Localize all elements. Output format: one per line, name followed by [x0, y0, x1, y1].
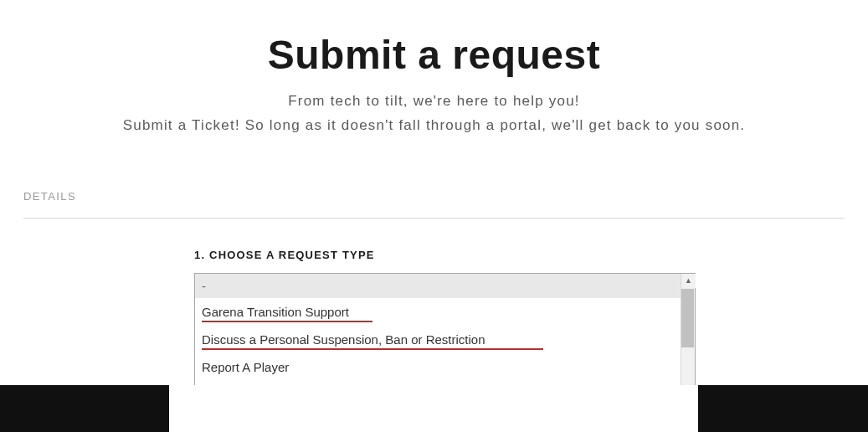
content-overlay	[169, 385, 698, 432]
dropdown-option-garena[interactable]: Garena Transition Support	[195, 298, 695, 326]
scrollbar-up-icon[interactable]: ▲	[681, 274, 696, 288]
subtitle-line-1: From tech to tilt, we're here to help yo…	[0, 90, 868, 114]
dropdown-option-placeholder[interactable]: -	[195, 274, 695, 298]
scrollbar-thumb[interactable]	[681, 289, 694, 347]
dropdown-option-report[interactable]: Report A Player	[195, 353, 695, 381]
page-title: Submit a request	[0, 32, 868, 78]
page-subtitle: From tech to tilt, we're here to help yo…	[0, 90, 868, 138]
dropdown-option-suspension[interactable]: Discuss a Personal Suspension, Ban or Re…	[195, 326, 695, 353]
request-type-label: 1. CHOOSE A REQUEST TYPE	[194, 249, 674, 261]
subtitle-line-2: Submit a Ticket! So long as it doesn't f…	[0, 114, 868, 138]
details-section-label: DETAILS	[23, 190, 845, 219]
